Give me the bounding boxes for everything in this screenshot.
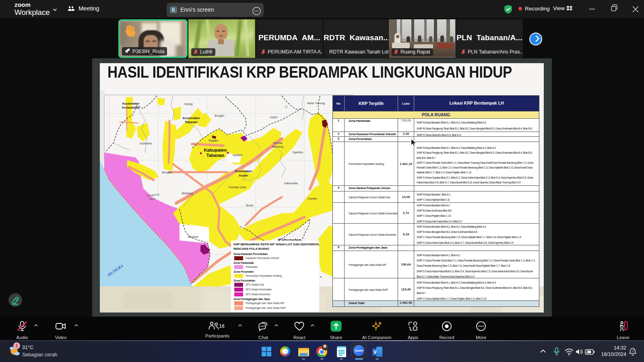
svg-text:Kecamatan: Kecamatan: [235, 169, 252, 173]
svg-text:Sudimara: Sudimara: [140, 142, 152, 145]
svg-text:Abian Tuwung: Abian Tuwung: [307, 102, 325, 105]
svg-text:Kecamatan: Kecamatan: [122, 102, 140, 105]
svg-text:Bandung: Bandung: [272, 145, 283, 148]
svg-text:Nyambu: Nyambu: [293, 151, 303, 154]
svg-text:Cepaka: Cepaka: [307, 197, 317, 200]
svg-text:Buwit: Buwit: [246, 204, 253, 207]
svg-text:Belalang: Belalang: [182, 192, 192, 195]
svg-text:Kecamatan: Kecamatan: [183, 116, 200, 120]
svg-text:Kabupaten: Kabupaten: [204, 148, 227, 152]
svg-text:Pandak: Pandak: [273, 142, 283, 144]
svg-text:Kaba-kaba: Kaba-kaba: [284, 182, 298, 185]
svg-text:Pejaten: Pejaten: [208, 139, 218, 142]
svg-text:Kediri: Kediri: [270, 116, 277, 119]
svg-text:Tabanan: Tabanan: [185, 120, 198, 124]
svg-text:Kediri: Kediri: [239, 174, 248, 177]
svg-text:Beraban: Beraban: [188, 235, 199, 238]
svg-text:Gubug: Gubug: [184, 103, 192, 106]
svg-text:Tabanan: Tabanan: [206, 153, 225, 158]
svg-text:Bengkel: Bengkel: [162, 171, 172, 174]
svg-text:Kerambitan: Kerambitan: [122, 106, 140, 109]
svg-text:Bongan: Bongan: [215, 114, 224, 117]
svg-text:Nyitdah: Nyitdah: [233, 154, 242, 157]
svg-text:Pandak Gede: Pandak Gede: [229, 186, 246, 189]
